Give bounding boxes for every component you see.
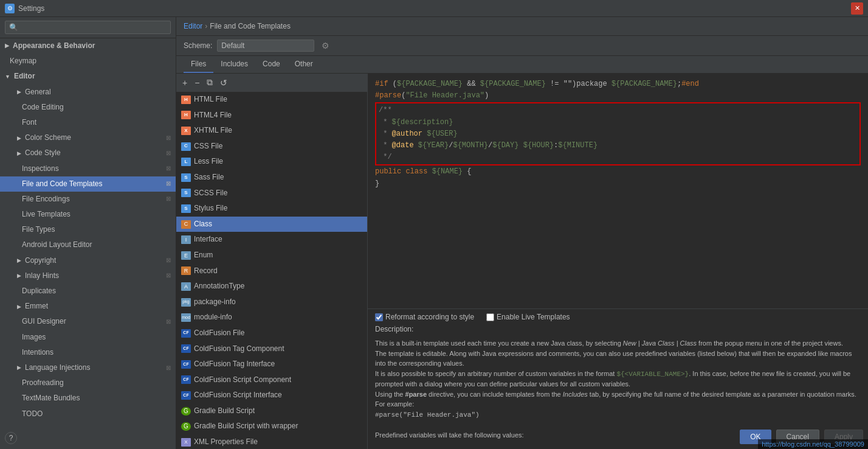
list-item[interactable]: H HTML File — [176, 92, 367, 108]
highlighted-block: /** * ${description} * @author ${USER} *… — [375, 102, 861, 165]
list-item[interactable]: C CSS File — [176, 139, 367, 155]
list-item[interactable]: I Interface — [176, 232, 367, 248]
breadcrumb-page-title: File and Code Templates — [210, 22, 291, 30]
remove-template-button[interactable]: − — [192, 77, 202, 89]
sidebar-item-live-templates[interactable]: Live Templates — [0, 207, 176, 222]
list-item[interactable]: E Enum — [176, 248, 367, 263]
class-icon: C — [181, 220, 191, 229]
list-item[interactable]: CF ColdFusion Tag Interface — [176, 357, 367, 372]
sidebar-item-copyright[interactable]: Copyright ⊠ — [0, 253, 176, 268]
close-button[interactable]: ✕ — [851, 2, 863, 15]
copy-template-button[interactable]: ⧉ — [204, 76, 215, 89]
sidebar-item-proofreading[interactable]: Proofreading — [0, 375, 176, 391]
sidebar-item-label: Live Templates — [22, 209, 71, 220]
sidebar-item-duplicates[interactable]: Duplicates — [0, 284, 176, 299]
list-item[interactable]: H HTML4 File — [176, 108, 367, 124]
description-label: Description: — [375, 325, 861, 333]
sidebar-item-label: Inspections — [22, 163, 59, 175]
list-item[interactable]: C Class — [176, 217, 367, 232]
sidebar-item-label: Emmet — [25, 301, 48, 312]
xhtml-icon: X — [181, 127, 191, 135]
scheme-gear-button[interactable]: ⚙ — [319, 40, 331, 52]
list-item[interactable]: S SCSS File — [176, 186, 367, 201]
list-item[interactable]: pkg package-info — [176, 294, 367, 310]
list-item[interactable]: S Sass File — [176, 170, 367, 186]
sidebar-item-general[interactable]: General — [0, 85, 176, 100]
sidebar-item-color-scheme[interactable]: Color Scheme ⊠ — [0, 130, 176, 145]
sidebar-item-label: Editor — [14, 71, 35, 82]
tab-code[interactable]: Code — [255, 56, 288, 73]
sidebar-item-inlay-hints[interactable]: Inlay Hints ⊠ — [0, 268, 176, 284]
sidebar-item-label: Proofreading — [22, 377, 64, 389]
list-item[interactable]: G Gradle Build Script with wrapper — [176, 419, 367, 434]
file-item-label: SCSS File — [194, 187, 227, 200]
sidebar-item-code-editing[interactable]: Code Editing — [0, 100, 176, 115]
sidebar-item-label: Duplicates — [22, 285, 56, 297]
editor-bottom: Reformat according to style Enable Live … — [368, 308, 868, 449]
sidebar-item-file-types[interactable]: File Types — [0, 222, 176, 237]
add-template-button[interactable]: + — [180, 77, 190, 89]
sidebar-item-label: Images — [22, 332, 46, 343]
tab-includes[interactable]: Includes — [213, 56, 255, 73]
list-item[interactable]: S Stylus File — [176, 201, 367, 217]
editor-pane: #if (${PACKAGE_NAME} && ${PACKAGE_NAME} … — [368, 74, 868, 449]
help-button[interactable]: ? — [5, 432, 17, 444]
sidebar-item-inspections[interactable]: Inspections ⊠ — [0, 161, 176, 176]
sidebar-item-label: TextMate Bundles — [22, 392, 80, 404]
sidebar-item-emmet[interactable]: Emmet — [0, 299, 176, 314]
list-item[interactable]: X XML Properties File — [176, 434, 367, 449]
sidebar-item-android-layout-editor[interactable]: Android Layout Editor — [0, 237, 176, 252]
list-item[interactable]: A AnnotationType — [176, 279, 367, 294]
sidebar-item-editor[interactable]: Editor — [0, 69, 176, 84]
list-item[interactable]: mod module-info — [176, 310, 367, 325]
list-item[interactable]: L Less File — [176, 154, 367, 170]
file-list-toolbar: + − ⧉ ↺ — [176, 74, 367, 92]
reset-template-button[interactable]: ↺ — [218, 77, 230, 89]
sidebar-item-todo[interactable]: TODO — [0, 406, 176, 422]
file-item-label: Class — [194, 218, 212, 231]
sidebar-item-file-encodings[interactable]: File Encodings ⊠ — [0, 192, 176, 207]
sidebar-item-keymap[interactable]: Keymap — [0, 54, 176, 69]
file-item-label: ColdFusion Tag Interface — [194, 358, 275, 371]
list-item[interactable]: CF ColdFusion Script Interface — [176, 388, 367, 403]
file-item-label: HTML File — [194, 93, 227, 106]
file-item-label: HTML4 File — [194, 109, 232, 122]
reformat-checkbox-label[interactable]: Reformat according to style — [375, 313, 474, 321]
sidebar-item-label: Language Injections — [25, 362, 90, 374]
list-item[interactable]: G Gradle Build Script — [176, 403, 367, 419]
main-container: Appearance & Behavior Keymap Editor Gene… — [0, 17, 868, 449]
file-item-label: Gradle Build Script with wrapper — [194, 420, 298, 433]
triangle-icon — [17, 302, 21, 311]
live-templates-checkbox[interactable] — [486, 313, 494, 321]
tab-other[interactable]: Other — [288, 56, 320, 73]
tab-files[interactable]: Files — [184, 56, 213, 73]
list-item[interactable]: R Record — [176, 263, 367, 279]
sidebar-item-gui-designer[interactable]: GUI Designer ⊠ — [0, 314, 176, 329]
checkboxes-row: Reformat according to style Enable Live … — [375, 313, 861, 321]
url-bar: https://blog.csdn.net/qq_38799009 — [758, 439, 868, 449]
list-item[interactable]: X XHTML File — [176, 123, 367, 139]
sidebar-item-appearance[interactable]: Appearance & Behavior — [0, 38, 176, 54]
code-line: } — [375, 178, 861, 190]
sidebar-item-file-and-code-templates[interactable]: File and Code Templates ⊠ — [0, 176, 176, 192]
sidebar-search-input[interactable] — [5, 21, 171, 34]
sidebar-item-font[interactable]: Font — [0, 115, 176, 130]
sidebar-item-intentions[interactable]: Intentions — [0, 345, 176, 360]
list-item[interactable]: CF ColdFusion File — [176, 325, 367, 341]
list-item[interactable]: CF ColdFusion Script Component — [176, 372, 367, 388]
sidebar-item-code-style[interactable]: Code Style ⊠ — [0, 145, 176, 161]
sidebar-item-label: General — [25, 86, 51, 98]
file-item-label: Sass File — [194, 171, 224, 184]
scheme-select[interactable]: Default — [217, 40, 314, 52]
code-editor[interactable]: #if (${PACKAGE_NAME} && ${PACKAGE_NAME} … — [368, 74, 868, 308]
sidebar-item-language-injections[interactable]: Language Injections ⊠ — [0, 360, 176, 375]
live-templates-checkbox-label[interactable]: Enable Live Templates — [486, 313, 570, 321]
breadcrumb: Editor › File and Code Templates — [176, 17, 868, 36]
file-item-label: AnnotationType — [194, 280, 244, 293]
sidebar-item-images[interactable]: Images — [0, 330, 176, 345]
reformat-checkbox[interactable] — [375, 313, 383, 321]
package-info-icon: pkg — [181, 298, 191, 307]
html-icon: H — [181, 96, 191, 104]
sidebar-item-textmate-bundles[interactable]: TextMate Bundles — [0, 391, 176, 406]
list-item[interactable]: CF ColdFusion Tag Component — [176, 341, 367, 357]
